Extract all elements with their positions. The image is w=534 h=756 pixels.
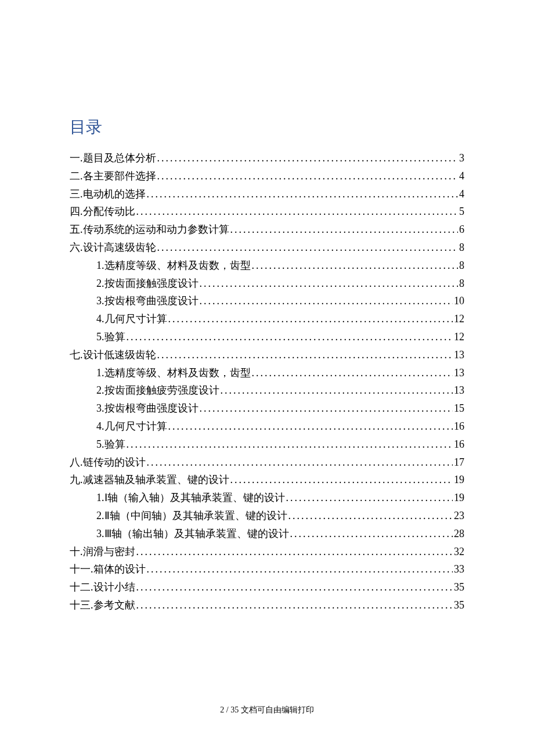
toc-entry-label: 七.设计低速级齿轮 (70, 347, 156, 363)
toc-leader-dots (290, 525, 453, 542)
toc-leader-dots (200, 293, 453, 309)
toc-leader-dots (136, 579, 453, 596)
toc-entry-page: 8 (459, 257, 464, 274)
toc-entry[interactable]: 六.设计高速级齿轮 8 (70, 239, 464, 256)
toc-entry-label: 六.设计高速级齿轮 (70, 239, 156, 256)
toc-entry-page: 3 (459, 150, 464, 167)
page-footer: 2 / 35 文档可自由编辑打印 (0, 705, 534, 715)
toc-entry[interactable]: 1.选精度等级、材料及齿数，齿型13 (70, 365, 464, 381)
toc-entry-page: 13 (454, 365, 464, 381)
toc-entry[interactable]: 1.选精度等级、材料及齿数，齿型8 (70, 257, 464, 274)
toc-leader-dots (136, 203, 459, 220)
toc-leader-dots (200, 400, 453, 417)
toc-entry-page: 10 (454, 293, 464, 309)
toc-entry-page: 4 (459, 168, 464, 185)
toc-entry-label: 十三.参考文献 (70, 597, 135, 614)
toc-entry[interactable]: 九.减速器轴及轴承装置、键的设计 19 (70, 471, 464, 488)
toc-leader-dots (221, 382, 453, 399)
toc-entry[interactable]: 5.验算16 (70, 436, 464, 453)
toc-entry-page: 13 (454, 347, 464, 363)
toc-entry-label: 4.几何尺寸计算 (96, 311, 167, 327)
toc-entry[interactable]: 二.各主要部件选择 4 (70, 168, 464, 185)
toc-entry-label: 2.按齿面接触疲劳强度设计 (96, 382, 219, 399)
toc-entry-page: 16 (454, 436, 464, 453)
document-page: 目录 一.题目及总体分析 3二.各主要部件选择 4三.电动机的选择 4四.分配传… (0, 0, 534, 650)
toc-entry-page: 12 (454, 311, 464, 327)
toc-entry-label: 1.Ⅰ轴（输入轴）及其轴承装置、键的设计 (96, 489, 285, 506)
toc-entry-page: 33 (454, 561, 464, 578)
toc-leader-dots (168, 418, 453, 435)
toc-entry-page: 13 (454, 382, 464, 399)
toc-entry-label: 九.减速器轴及轴承装置、键的设计 (70, 471, 229, 488)
toc-leader-dots (136, 543, 453, 560)
toc-leader-dots (147, 561, 453, 578)
toc-leader-dots (157, 168, 459, 185)
toc-entry[interactable]: 八.链传动的设计 17 (70, 454, 464, 471)
toc-entry-page: 32 (454, 543, 464, 560)
toc-entry-page: 8 (459, 239, 464, 256)
toc-leader-dots (230, 221, 459, 238)
toc-entry-label: 十二.设计小结 (70, 579, 135, 596)
toc-entry-page: 16 (454, 418, 464, 435)
toc-entry-label: 三.电动机的选择 (70, 186, 146, 203)
toc-entry-label: 十一.箱体的设计 (70, 561, 146, 578)
toc-entry-label: 四.分配传动比 (70, 203, 135, 220)
toc-entry-label: 一.题目及总体分析 (70, 150, 156, 167)
toc-entry-page: 5 (459, 203, 464, 220)
toc-entry-page: 12 (454, 329, 464, 345)
toc-entry[interactable]: 2.按齿面接触强度设计8 (70, 275, 464, 292)
toc-entry-page: 28 (454, 525, 464, 542)
toc-entry-label: 五.传动系统的运动和动力参数计算 (70, 221, 229, 238)
toc-entry[interactable]: 四.分配传动比 5 (70, 203, 464, 220)
toc-entry-label: 八.链传动的设计 (70, 454, 146, 471)
toc-entry-label: 十.润滑与密封 (70, 543, 135, 560)
toc-entry-page: 17 (454, 454, 464, 471)
toc-entry-label: 3.按齿根弯曲强度设计 (96, 293, 199, 309)
toc-entry[interactable]: 2.按齿面接触疲劳强度设计13 (70, 382, 464, 399)
toc-entry[interactable]: 3.按齿根弯曲强度设计15 (70, 400, 464, 417)
toc-entry-page: 23 (454, 507, 464, 524)
toc-entry-label: 4.几何尺寸计算 (96, 418, 167, 435)
toc-entry[interactable]: 五.传动系统的运动和动力参数计算 6 (70, 221, 464, 238)
toc-entry-label: 5.验算 (96, 329, 125, 345)
toc-entry[interactable]: 一.题目及总体分析 3 (70, 150, 464, 167)
toc-entry[interactable]: 2.Ⅱ轴（中间轴）及其轴承装置、键的设计23 (70, 507, 464, 524)
toc-entry[interactable]: 4.几何尺寸计算12 (70, 311, 464, 327)
toc-entry[interactable]: 七.设计低速级齿轮 13 (70, 347, 464, 363)
toc-leader-dots (147, 186, 459, 203)
toc-entry-label: 1.选精度等级、材料及齿数，齿型 (96, 257, 251, 274)
toc-list: 一.题目及总体分析 3二.各主要部件选择 4三.电动机的选择 4四.分配传动比 … (70, 150, 464, 614)
toc-entry[interactable]: 3.按齿根弯曲强度设计10 (70, 293, 464, 309)
toc-leader-dots (157, 239, 459, 256)
toc-entry-page: 19 (454, 489, 464, 506)
toc-entry[interactable]: 4.几何尺寸计算16 (70, 418, 464, 435)
toc-entry-label: 2.Ⅱ轴（中间轴）及其轴承装置、键的设计 (96, 507, 287, 524)
toc-entry-page: 4 (459, 186, 464, 203)
toc-entry[interactable]: 十一.箱体的设计 33 (70, 561, 464, 578)
toc-leader-dots (157, 347, 453, 363)
toc-entry-page: 6 (459, 221, 464, 238)
toc-leader-dots (147, 454, 453, 471)
toc-entry[interactable]: 三.电动机的选择 4 (70, 186, 464, 203)
toc-entry[interactable]: 十二.设计小结 35 (70, 579, 464, 596)
toc-leader-dots (230, 471, 453, 488)
toc-entry-label: 二.各主要部件选择 (70, 168, 156, 185)
toc-entry-label: 3.按齿根弯曲强度设计 (96, 400, 199, 417)
toc-entry-page: 8 (459, 275, 464, 292)
toc-entry-label: 1.选精度等级、材料及齿数，齿型 (96, 365, 251, 381)
toc-leader-dots (288, 507, 453, 524)
toc-entry[interactable]: 1.Ⅰ轴（输入轴）及其轴承装置、键的设计19 (70, 489, 464, 506)
toc-entry-page: 19 (454, 471, 464, 488)
toc-leader-dots (252, 257, 459, 274)
toc-heading: 目录 (70, 116, 464, 138)
toc-entry[interactable]: 5.验算12 (70, 329, 464, 345)
toc-entry-page: 35 (454, 579, 464, 596)
toc-entry-page: 35 (454, 597, 464, 614)
toc-leader-dots (200, 275, 459, 292)
toc-leader-dots (157, 150, 459, 167)
toc-entry[interactable]: 十.润滑与密封 32 (70, 543, 464, 560)
toc-entry[interactable]: 十三.参考文献 35 (70, 597, 464, 614)
toc-leader-dots (127, 436, 453, 453)
toc-leader-dots (252, 365, 453, 381)
toc-entry[interactable]: 3.Ⅲ轴（输出轴）及其轴承装置、键的设计28 (70, 525, 464, 542)
